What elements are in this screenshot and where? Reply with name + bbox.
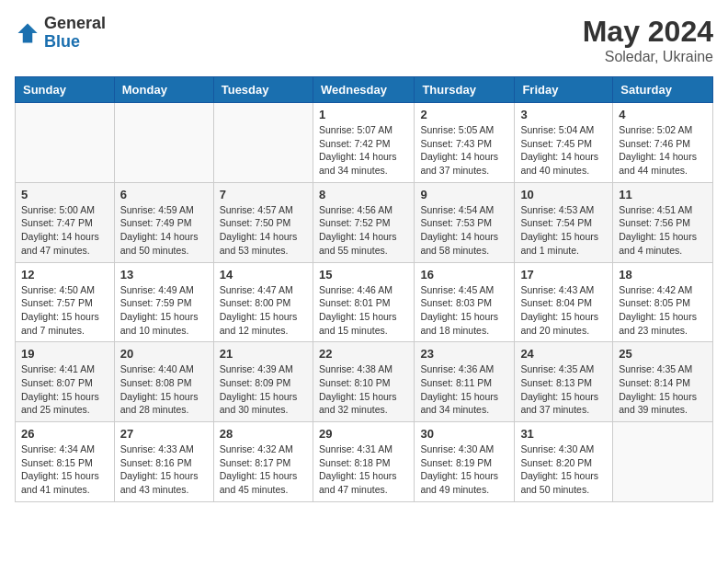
header-saturday: Saturday (613, 77, 713, 103)
day-info: Sunrise: 4:56 AM Sunset: 7:52 PM Dayligh… (319, 203, 408, 258)
day-number: 6 (120, 188, 208, 201)
day-info: Sunrise: 5:02 AM Sunset: 7:46 PM Dayligh… (619, 123, 707, 178)
calendar-week-1: 1Sunrise: 5:07 AM Sunset: 7:42 PM Daylig… (16, 103, 713, 183)
day-number: 15 (319, 268, 408, 282)
calendar-week-2: 5Sunrise: 5:00 AM Sunset: 7:47 PM Daylig… (16, 182, 713, 262)
calendar-cell: 11Sunrise: 4:51 AM Sunset: 7:56 PM Dayli… (613, 182, 713, 262)
title-block: May 2024 Soledar, Ukraine (583, 15, 713, 65)
day-number: 14 (220, 268, 307, 282)
day-info: Sunrise: 4:42 AM Sunset: 8:05 PM Dayligh… (619, 283, 707, 338)
calendar-cell: 2Sunrise: 5:05 AM Sunset: 7:43 PM Daylig… (415, 103, 515, 183)
day-info: Sunrise: 4:35 AM Sunset: 8:13 PM Dayligh… (520, 362, 607, 417)
day-number: 5 (21, 188, 108, 201)
day-number: 18 (619, 268, 707, 282)
day-number: 3 (520, 108, 607, 121)
calendar-cell (213, 103, 313, 183)
calendar-cell: 15Sunrise: 4:46 AM Sunset: 8:01 PM Dayli… (313, 262, 414, 342)
day-number: 10 (520, 188, 607, 201)
calendar-cell: 12Sunrise: 4:50 AM Sunset: 7:57 PM Dayli… (16, 262, 115, 342)
day-info: Sunrise: 4:34 AM Sunset: 8:15 PM Dayligh… (21, 442, 108, 497)
calendar-cell: 5Sunrise: 5:00 AM Sunset: 7:47 PM Daylig… (16, 182, 115, 262)
header-friday: Friday (515, 77, 613, 103)
day-info: Sunrise: 4:46 AM Sunset: 8:01 PM Dayligh… (319, 283, 408, 338)
day-number: 23 (420, 347, 508, 361)
calendar-cell: 1Sunrise: 5:07 AM Sunset: 7:42 PM Daylig… (313, 103, 414, 183)
day-number: 25 (619, 347, 707, 361)
calendar-cell: 17Sunrise: 4:43 AM Sunset: 8:04 PM Dayli… (515, 262, 613, 342)
day-number: 17 (520, 268, 607, 282)
logo: General Blue (15, 15, 106, 52)
calendar-cell: 29Sunrise: 4:31 AM Sunset: 8:18 PM Dayli… (313, 422, 414, 502)
day-info: Sunrise: 4:59 AM Sunset: 7:49 PM Dayligh… (120, 203, 208, 258)
calendar-cell: 27Sunrise: 4:33 AM Sunset: 8:16 PM Dayli… (114, 422, 213, 502)
day-number: 22 (319, 347, 408, 361)
calendar-cell (114, 103, 213, 183)
day-number: 9 (420, 188, 508, 201)
day-info: Sunrise: 4:35 AM Sunset: 8:14 PM Dayligh… (619, 362, 707, 417)
day-info: Sunrise: 4:50 AM Sunset: 7:57 PM Dayligh… (21, 283, 108, 338)
calendar-cell: 4Sunrise: 5:02 AM Sunset: 7:46 PM Daylig… (613, 103, 713, 183)
day-number: 2 (420, 108, 508, 121)
day-info: Sunrise: 4:40 AM Sunset: 8:08 PM Dayligh… (120, 362, 208, 417)
calendar-cell: 18Sunrise: 4:42 AM Sunset: 8:05 PM Dayli… (613, 262, 713, 342)
header-thursday: Thursday (415, 77, 515, 103)
calendar-cell: 21Sunrise: 4:39 AM Sunset: 8:09 PM Dayli… (213, 342, 313, 422)
logo-icon (15, 20, 40, 46)
calendar-cell: 3Sunrise: 5:04 AM Sunset: 7:45 PM Daylig… (515, 103, 613, 183)
logo-blue: Blue (44, 33, 106, 52)
day-number: 27 (120, 427, 208, 441)
calendar-cell: 28Sunrise: 4:32 AM Sunset: 8:17 PM Dayli… (213, 422, 313, 502)
day-info: Sunrise: 5:05 AM Sunset: 7:43 PM Dayligh… (420, 123, 508, 178)
day-number: 12 (21, 268, 108, 282)
day-info: Sunrise: 4:32 AM Sunset: 8:17 PM Dayligh… (220, 442, 307, 497)
calendar-cell: 23Sunrise: 4:36 AM Sunset: 8:11 PM Dayli… (415, 342, 515, 422)
logo-text: General Blue (44, 15, 106, 52)
day-number: 8 (319, 188, 408, 201)
calendar-cell: 22Sunrise: 4:38 AM Sunset: 8:10 PM Dayli… (313, 342, 414, 422)
calendar-cell: 9Sunrise: 4:54 AM Sunset: 7:53 PM Daylig… (415, 182, 515, 262)
title-location: Soledar, Ukraine (583, 49, 713, 65)
day-number: 28 (220, 427, 307, 441)
calendar-week-3: 12Sunrise: 4:50 AM Sunset: 7:57 PM Dayli… (16, 262, 713, 342)
header-tuesday: Tuesday (213, 77, 313, 103)
day-info: Sunrise: 4:41 AM Sunset: 8:07 PM Dayligh… (21, 362, 108, 417)
calendar-cell: 14Sunrise: 4:47 AM Sunset: 8:00 PM Dayli… (213, 262, 313, 342)
day-info: Sunrise: 4:30 AM Sunset: 8:19 PM Dayligh… (420, 442, 508, 497)
calendar-cell: 31Sunrise: 4:30 AM Sunset: 8:20 PM Dayli… (515, 422, 613, 502)
day-info: Sunrise: 4:31 AM Sunset: 8:18 PM Dayligh… (319, 442, 408, 497)
header-sunday: Sunday (16, 77, 115, 103)
calendar-week-5: 26Sunrise: 4:34 AM Sunset: 8:15 PM Dayli… (16, 422, 713, 502)
calendar-week-4: 19Sunrise: 4:41 AM Sunset: 8:07 PM Dayli… (16, 342, 713, 422)
day-number: 4 (619, 108, 707, 121)
day-number: 24 (520, 347, 607, 361)
calendar-cell: 10Sunrise: 4:53 AM Sunset: 7:54 PM Dayli… (515, 182, 613, 262)
calendar-cell: 13Sunrise: 4:49 AM Sunset: 7:59 PM Dayli… (114, 262, 213, 342)
day-number: 26 (21, 427, 108, 441)
calendar-cell: 7Sunrise: 4:57 AM Sunset: 7:50 PM Daylig… (213, 182, 313, 262)
calendar-header-row: Sunday Monday Tuesday Wednesday Thursday… (16, 77, 713, 103)
calendar-cell: 8Sunrise: 4:56 AM Sunset: 7:52 PM Daylig… (313, 182, 414, 262)
day-info: Sunrise: 4:30 AM Sunset: 8:20 PM Dayligh… (520, 442, 607, 497)
day-number: 13 (120, 268, 208, 282)
day-info: Sunrise: 4:57 AM Sunset: 7:50 PM Dayligh… (220, 203, 307, 258)
day-info: Sunrise: 4:33 AM Sunset: 8:16 PM Dayligh… (120, 442, 208, 497)
day-number: 31 (520, 427, 607, 441)
day-info: Sunrise: 4:53 AM Sunset: 7:54 PM Dayligh… (520, 203, 607, 258)
calendar-cell: 24Sunrise: 4:35 AM Sunset: 8:13 PM Dayli… (515, 342, 613, 422)
day-info: Sunrise: 4:43 AM Sunset: 8:04 PM Dayligh… (520, 283, 607, 338)
day-info: Sunrise: 5:00 AM Sunset: 7:47 PM Dayligh… (21, 203, 108, 258)
day-info: Sunrise: 4:45 AM Sunset: 8:03 PM Dayligh… (420, 283, 508, 338)
day-number: 19 (21, 347, 108, 361)
calendar-cell: 30Sunrise: 4:30 AM Sunset: 8:19 PM Dayli… (415, 422, 515, 502)
calendar-cell (613, 422, 713, 502)
day-info: Sunrise: 5:07 AM Sunset: 7:42 PM Dayligh… (319, 123, 408, 178)
calendar-cell: 20Sunrise: 4:40 AM Sunset: 8:08 PM Dayli… (114, 342, 213, 422)
day-info: Sunrise: 4:51 AM Sunset: 7:56 PM Dayligh… (619, 203, 707, 258)
calendar-cell: 19Sunrise: 4:41 AM Sunset: 8:07 PM Dayli… (16, 342, 115, 422)
header-wednesday: Wednesday (313, 77, 414, 103)
day-number: 11 (619, 188, 707, 201)
day-number: 16 (420, 268, 508, 282)
day-number: 21 (220, 347, 307, 361)
calendar-cell (16, 103, 115, 183)
day-info: Sunrise: 4:49 AM Sunset: 7:59 PM Dayligh… (120, 283, 208, 338)
